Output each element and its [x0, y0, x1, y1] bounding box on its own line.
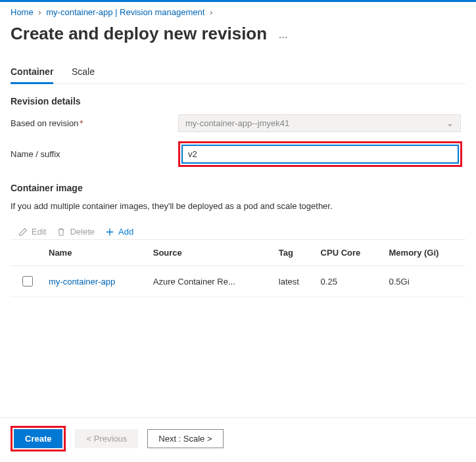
col-name: Name — [43, 240, 148, 266]
suffix-highlight — [178, 141, 462, 167]
add-button[interactable]: Add — [105, 227, 133, 237]
pencil-icon — [18, 227, 28, 237]
trash-icon — [57, 227, 66, 237]
delete-button: Delete — [57, 227, 95, 237]
col-mem: Memory (Gi) — [384, 240, 465, 266]
chevron-right-icon: › — [38, 7, 41, 17]
create-highlight: Create — [11, 426, 66, 451]
row-checkbox[interactable] — [22, 276, 33, 287]
chevron-down-icon: ⌄ — [446, 118, 454, 128]
tabs: Container Scale — [11, 62, 465, 84]
tab-container[interactable]: Container — [11, 62, 53, 83]
suffix-input[interactable] — [181, 145, 459, 164]
row-tag: latest — [274, 266, 316, 297]
based-on-label: Based on revision* — [11, 118, 178, 128]
row-cpu: 0.25 — [316, 266, 384, 297]
container-toolbar: Edit Delete Add — [11, 227, 465, 237]
create-button[interactable]: Create — [14, 429, 62, 448]
row-mem: 0.5Gi — [384, 266, 465, 297]
col-source: Source — [148, 240, 274, 266]
row-source: Azure Container Re... — [148, 266, 274, 297]
next-button[interactable]: Next : Scale > — [147, 429, 223, 448]
container-image-heading: Container image — [11, 183, 465, 193]
row-name-link[interactable]: my-container-app — [49, 277, 115, 287]
previous-button: < Previous — [75, 429, 138, 448]
plus-icon — [105, 227, 114, 237]
page-title: Create and deploy new revision — [11, 24, 267, 44]
col-tag: Tag — [274, 240, 316, 266]
container-table: Name Source Tag CPU Core Memory (Gi) my-… — [11, 239, 465, 297]
suffix-label: Name / suffix — [11, 149, 178, 159]
based-on-select[interactable]: my-container-app--jmyek41 ⌄ — [178, 114, 461, 132]
chevron-right-icon: › — [210, 7, 212, 17]
col-cpu: CPU Core — [316, 240, 384, 266]
breadcrumb-home[interactable]: Home — [11, 7, 34, 17]
breadcrumb: Home › my-container-app | Revision manag… — [11, 7, 465, 17]
tab-scale[interactable]: Scale — [72, 62, 95, 83]
revision-details-heading: Revision details — [11, 96, 465, 106]
table-row[interactable]: my-container-app Azure Container Re... l… — [11, 266, 465, 297]
edit-button: Edit — [18, 227, 46, 237]
based-on-value: my-container-app--jmyek41 — [185, 118, 289, 128]
container-image-desc: If you add multiple container images, th… — [11, 201, 465, 211]
more-icon[interactable]: ··· — [279, 32, 287, 43]
footer: Create < Previous Next : Scale > — [0, 417, 476, 462]
breadcrumb-app[interactable]: my-container-app | Revision management — [46, 7, 204, 17]
